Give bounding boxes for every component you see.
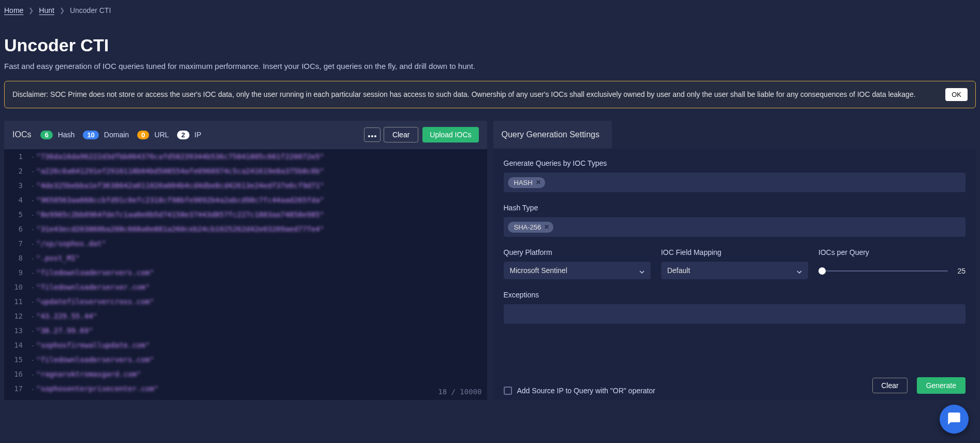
more-icon (368, 131, 376, 139)
settings-body: Generate Queries by IOC Types HASH ✕ Has… (493, 149, 976, 400)
breadcrumb-home[interactable]: Home (4, 6, 23, 15)
hash-label: Hash (58, 131, 75, 139)
domain-label: Domain (104, 131, 129, 139)
source-ip-checkbox[interactable] (504, 387, 512, 395)
exceptions-input[interactable] (504, 304, 966, 324)
chat-fab[interactable] (940, 405, 969, 434)
domain-count-badge: 10 (83, 131, 98, 139)
editor-line[interactable]: 3-"4de325bebba1ef3638642a011020a004b4cd4… (4, 178, 487, 193)
chevron-right-icon: ❯ (60, 7, 65, 14)
chevron-right-icon: ❯ (28, 7, 34, 14)
editor-line[interactable]: 4-"9650563aa668ccbfd91c0efc2318cf98bfe90… (4, 193, 487, 207)
page-subtitle: Fast and easy generation of IOC queries … (4, 62, 976, 70)
source-ip-checkbox-label: Add Source IP to Query with "OR" operato… (517, 387, 655, 395)
page-title: Uncoder CTI (4, 35, 976, 55)
editor-line[interactable]: 13-"38.27.99.69" (4, 323, 487, 338)
breadcrumb: Home ❯ Hunt ❯ Uncoder CTI (4, 4, 976, 23)
ioc-types-label: Generate Queries by IOC Types (504, 159, 966, 167)
generate-button[interactable]: Generate (917, 377, 966, 394)
platform-select[interactable]: Microsoft Sentinel (504, 262, 651, 279)
svg-point-2 (374, 135, 376, 137)
editor-line[interactable]: 2-"a226c6a641291ef2916118b04bd508554afe0… (4, 164, 487, 178)
ioc-editor[interactable]: 1-"736da16da96222d3dfbb064376cafd5823934… (4, 149, 487, 400)
ioc-types-input[interactable]: HASH ✕ (504, 173, 966, 192)
hash-type-label: Hash Type (504, 204, 966, 212)
breadcrumb-current: Uncoder CTI (70, 6, 111, 15)
ioc-type-chip-hash[interactable]: HASH ✕ (508, 177, 545, 188)
editor-line[interactable]: 9-"filedownloaderservers.com" (4, 265, 487, 280)
svg-point-1 (371, 135, 373, 137)
more-options-button[interactable] (364, 127, 381, 142)
chat-icon (947, 411, 961, 427)
editor-line[interactable]: 15-"filedownloaderservers.com" (4, 352, 487, 367)
disclaimer: Disclaimer: SOC Prime does not store or … (4, 81, 976, 108)
svg-point-0 (368, 135, 370, 137)
editor-line[interactable]: 17-"sophosenterprisecenter.com" (4, 381, 487, 396)
clear-iocs-button[interactable]: Clear (384, 127, 418, 142)
disclaimer-ok-button[interactable]: OK (945, 88, 968, 101)
exceptions-label: Exceptions (504, 291, 966, 299)
hash-type-input[interactable]: SHA-256 ✕ (504, 217, 966, 237)
iocs-per-query-value: 25 (953, 267, 966, 275)
per-query-label: IOCs per Query (818, 248, 966, 256)
editor-line[interactable]: 16-"ragnaroktromasgard.com" (4, 367, 487, 381)
breadcrumb-hunt[interactable]: Hunt (39, 6, 54, 15)
editor-line[interactable]: 5-"8e9965c2bb0964fde7c1aa0e0b5d74158e374… (4, 207, 487, 222)
ioc-counter: 18 / 10000 (438, 388, 481, 396)
editor-line[interactable]: 12-"43.229.55.44" (4, 309, 487, 323)
hash-count-badge: 6 (40, 131, 52, 139)
editor-line[interactable]: 1-"736da16da96222d3dfbb064376cafd5823934… (4, 149, 487, 164)
clear-settings-button[interactable]: Clear (872, 378, 907, 393)
upload-iocs-button[interactable]: Upload IOCs (422, 127, 478, 142)
iocs-per-query-slider[interactable] (818, 270, 948, 271)
editor-line[interactable]: 11-"updatefileservercross.com" (4, 294, 487, 309)
mapping-label: IOC Field Mapping (661, 248, 808, 256)
disclaimer-text: Disclaimer: SOC Prime does not store or … (12, 89, 935, 100)
url-count-badge: 0 (137, 131, 149, 139)
editor-line[interactable]: 14-"sophosfirewallupdate.com" (4, 338, 487, 352)
url-label: URL (154, 131, 169, 139)
editor-line[interactable]: 7-"/sp/sophos.dat" (4, 236, 487, 251)
remove-chip-icon[interactable]: ✕ (544, 223, 549, 231)
mapping-select[interactable]: Default (661, 262, 808, 279)
ip-label: IP (195, 131, 201, 139)
editor-line[interactable]: 6-"31e43ecd203860ba208c668a0e881a260ceb2… (4, 222, 487, 236)
hash-type-chip-sha256[interactable]: SHA-256 ✕ (508, 222, 554, 233)
settings-title: Query Generation Settings (502, 130, 599, 139)
ip-count-badge: 2 (177, 131, 189, 139)
editor-line[interactable]: 8-".post_MI" (4, 251, 487, 265)
chevron-down-icon (797, 268, 802, 273)
ioc-type-badges: 6 Hash 10 Domain 0 URL 2 IP (40, 131, 206, 139)
chevron-down-icon (639, 268, 645, 273)
settings-panel-header: Query Generation Settings (493, 121, 612, 149)
iocs-title: IOCs (12, 130, 31, 139)
remove-chip-icon[interactable]: ✕ (536, 179, 541, 186)
platform-label: Query Platform (504, 248, 651, 256)
iocs-panel-header: IOCs 6 Hash 10 Domain 0 URL 2 IP Clear U… (4, 121, 487, 149)
editor-line[interactable]: 10-"filedownloaderserver.com" (4, 280, 487, 294)
